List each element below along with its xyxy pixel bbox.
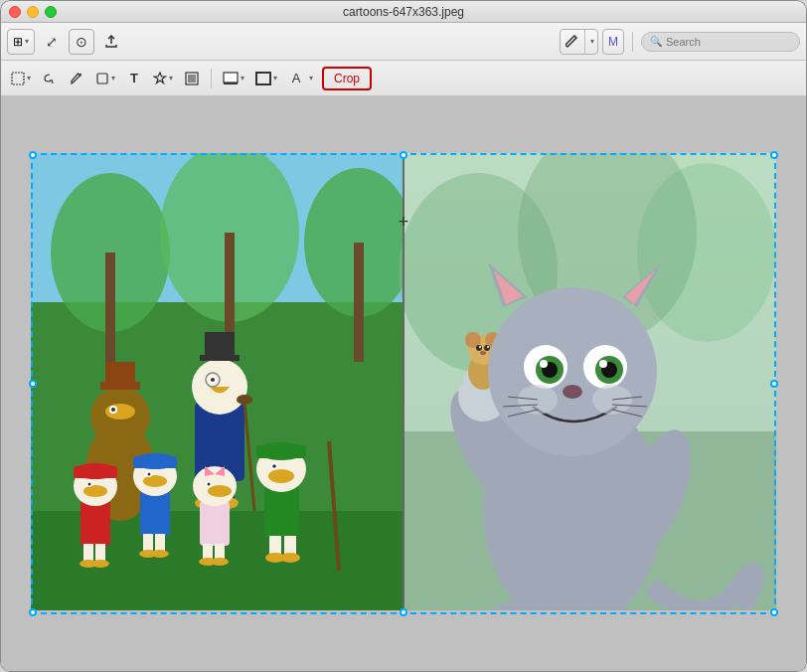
select-tool[interactable]: ▾ xyxy=(7,67,35,90)
markup-button[interactable]: M xyxy=(603,30,623,54)
svg-rect-15 xyxy=(354,243,364,362)
text-tool[interactable]: T xyxy=(122,67,146,90)
close-button[interactable] xyxy=(9,6,21,18)
svg-rect-0 xyxy=(12,73,24,84)
zoom-actual-button[interactable]: ⊙ xyxy=(69,29,94,55)
svg-rect-71 xyxy=(256,445,306,458)
svg-rect-6 xyxy=(256,73,270,84)
crop-button[interactable]: Crop xyxy=(322,67,372,90)
app-window: cartoons-647x363.jpeg ⊞▾ ⤢ ⊙ xyxy=(0,0,807,672)
svg-rect-59 xyxy=(200,501,230,546)
svg-rect-4 xyxy=(224,73,238,83)
separator xyxy=(632,32,633,52)
svg-point-19 xyxy=(105,404,135,420)
traffic-lights xyxy=(9,6,57,18)
svg-point-100 xyxy=(488,287,657,456)
lasso-tool[interactable] xyxy=(38,67,62,90)
search-box[interactable]: 🔍 xyxy=(641,32,800,52)
svg-point-33 xyxy=(211,378,215,382)
svg-point-54 xyxy=(148,473,151,476)
effects-tool[interactable]: ▾ xyxy=(149,67,177,90)
search-icon: 🔍 xyxy=(650,36,662,47)
svg-point-63 xyxy=(208,483,211,486)
border-tool[interactable]: ▾ xyxy=(251,67,281,90)
svg-point-41 xyxy=(83,485,107,497)
toolbar2: ▾ ▾ T xyxy=(1,61,806,96)
svg-rect-21 xyxy=(105,362,135,387)
markup-group: M xyxy=(602,29,624,55)
color-fill-tool[interactable]: ▾ xyxy=(219,67,248,90)
canvas-area[interactable] xyxy=(1,96,806,671)
minimize-button[interactable] xyxy=(27,6,39,18)
svg-point-97 xyxy=(487,346,489,348)
svg-rect-37 xyxy=(81,501,110,546)
view-toggle-button[interactable]: ⊞▾ xyxy=(8,30,34,54)
pen-tool-group: ▾ xyxy=(560,29,598,55)
svg-point-23 xyxy=(111,408,115,412)
svg-point-72 xyxy=(268,469,294,483)
adjust-tool[interactable] xyxy=(180,67,204,90)
svg-rect-40 xyxy=(74,466,117,478)
pen-button[interactable] xyxy=(561,30,585,54)
svg-point-61 xyxy=(208,485,232,497)
svg-rect-68 xyxy=(264,486,299,538)
share-button[interactable] xyxy=(98,29,124,55)
separator2 xyxy=(211,69,212,88)
svg-point-95 xyxy=(484,345,490,351)
svg-point-96 xyxy=(479,346,481,348)
draw-tool[interactable] xyxy=(65,67,88,90)
svg-point-109 xyxy=(563,385,582,399)
svg-point-98 xyxy=(480,351,486,355)
svg-point-52 xyxy=(143,475,167,487)
svg-rect-3 xyxy=(188,75,196,83)
svg-point-36 xyxy=(237,395,252,405)
window-title: cartoons-647x363.jpeg xyxy=(343,5,464,19)
toolbar1: ⊞▾ ⤢ ⊙ ▾ M xyxy=(1,23,806,61)
zoom-fit-button[interactable]: ⤢ xyxy=(39,29,65,55)
svg-rect-51 xyxy=(133,456,177,468)
svg-rect-48 xyxy=(140,491,170,536)
titlebar: cartoons-647x363.jpeg xyxy=(1,1,806,23)
text-style-tool[interactable]: A xyxy=(284,67,308,90)
shapes-tool[interactable]: ▾ xyxy=(91,67,119,90)
svg-point-107 xyxy=(540,360,548,368)
view-controls: ⊞▾ xyxy=(7,29,35,55)
svg-point-108 xyxy=(599,360,607,368)
svg-point-43 xyxy=(88,483,91,486)
svg-point-74 xyxy=(272,464,276,468)
svg-point-47 xyxy=(91,560,109,568)
svg-point-94 xyxy=(476,345,482,351)
maximize-button[interactable] xyxy=(45,6,57,18)
svg-point-78 xyxy=(280,553,300,563)
svg-point-58 xyxy=(151,550,169,558)
svg-rect-5 xyxy=(224,83,238,84)
svg-rect-1 xyxy=(97,74,107,84)
pen-dropdown[interactable]: ▾ xyxy=(585,30,597,54)
svg-rect-31 xyxy=(205,332,235,360)
svg-point-67 xyxy=(211,558,229,566)
search-input[interactable] xyxy=(666,36,791,48)
cursor-plus: + xyxy=(399,212,409,233)
svg-rect-11 xyxy=(105,252,115,372)
